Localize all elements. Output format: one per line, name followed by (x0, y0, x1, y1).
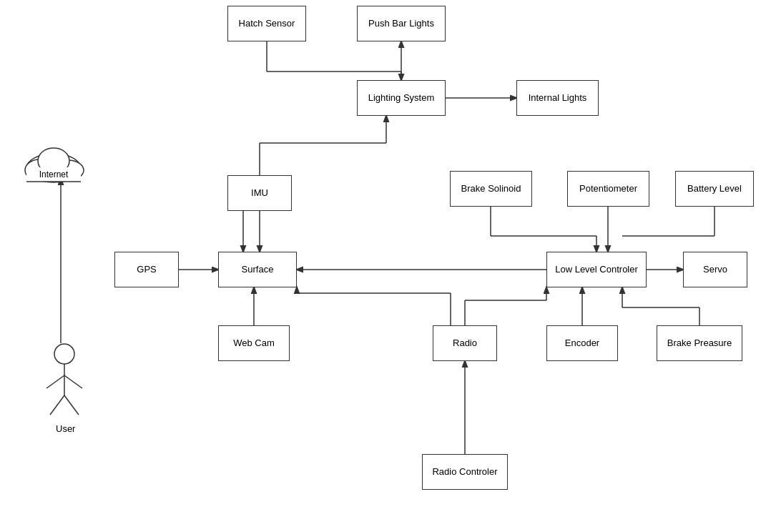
imu-box: IMU (227, 175, 292, 211)
svg-line-42 (64, 375, 82, 388)
internet-cloud: Internet (14, 136, 93, 189)
radio-box: Radio (433, 325, 497, 361)
svg-line-44 (64, 395, 79, 415)
battery-level-box: Battery Level (675, 171, 754, 207)
radio-controller-box: Radio Controler (422, 454, 508, 490)
lighting-system-box: Lighting System (357, 80, 446, 116)
push-bar-lights-box: Push Bar Lights (357, 6, 446, 41)
low-level-controller-box: Low Level Controler (546, 252, 647, 287)
servo-box: Servo (683, 252, 747, 287)
web-cam-box: Web Cam (218, 325, 290, 361)
user-stick-figure (39, 340, 89, 433)
brake-solinoid-box: Brake Solinoid (450, 171, 532, 207)
potentiometer-box: Potentiometer (567, 171, 649, 207)
encoder-box: Encoder (546, 325, 618, 361)
svg-text:Internet: Internet (39, 169, 69, 179)
surface-box: Surface (218, 252, 297, 287)
user-label: User (56, 423, 75, 434)
svg-point-39 (54, 344, 74, 364)
svg-line-41 (46, 375, 64, 388)
diagram: Push Bar Lights Hatch Sensor Lighting Sy… (0, 0, 771, 532)
internal-lights-box: Internal Lights (516, 80, 599, 116)
gps-box: GPS (114, 252, 179, 287)
hatch-sensor-box: Hatch Sensor (227, 6, 306, 41)
svg-line-43 (50, 395, 64, 415)
brake-pressure-box: Brake Preasure (657, 325, 742, 361)
